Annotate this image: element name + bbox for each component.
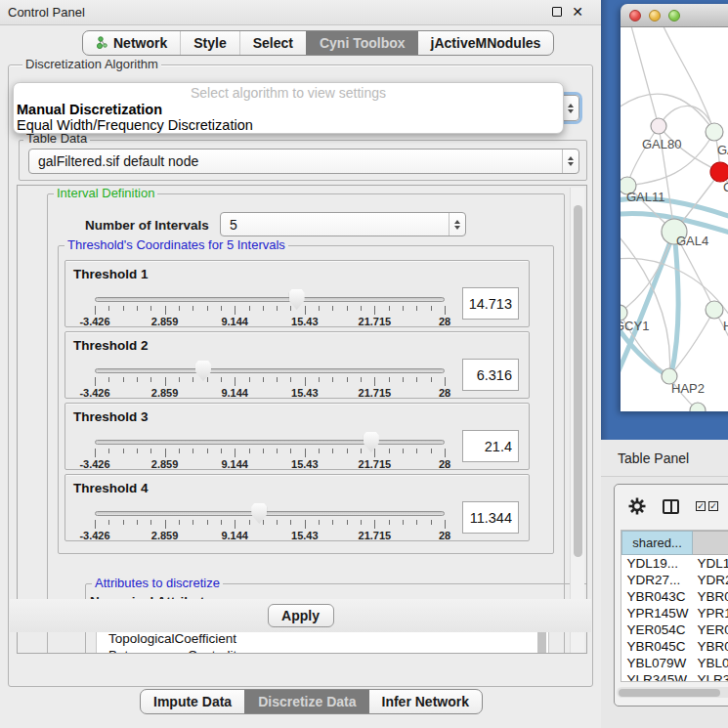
table-cell[interactable]: YPR1 — [693, 605, 728, 621]
split-panel-icon[interactable] — [663, 499, 679, 514]
group-title-thresholds: Threshold's Coordinates for 5 Intervals — [64, 238, 288, 252]
close-icon[interactable]: ✕ — [572, 6, 583, 18]
tick-mark — [416, 306, 417, 311]
slider-track[interactable] — [95, 368, 445, 373]
table-row[interactable]: YBR043CYBR0 — [622, 588, 728, 605]
combo-stepper-icon[interactable] — [449, 213, 465, 236]
network-canvas[interactable]: GAL80 GA C GAL11 GAL4 GCY1 H HAP2 — [621, 27, 728, 411]
tab-select[interactable]: Select — [239, 31, 306, 55]
select-columns-icon[interactable]: ✓ ✓ — [696, 501, 718, 511]
threshold-slider[interactable]: -3.4262.8599.14415.4321.71528 — [95, 475, 445, 542]
table-row[interactable]: YLR345WYLR3 — [622, 671, 728, 683]
table-row[interactable]: YPR145WYPR1 — [622, 605, 728, 621]
table-cell[interactable]: YBR0 — [693, 588, 728, 605]
tab-infer-network[interactable]: Infer Network — [369, 690, 482, 713]
tab-label: jActiveMNodules — [431, 35, 541, 51]
table-cell[interactable]: YER0 — [693, 621, 728, 638]
column-header-name[interactable]: na — [693, 532, 728, 555]
table-row[interactable]: YBL079WYBL0 — [622, 655, 728, 671]
threshold-slider[interactable]: -3.4262.8599.14415.4321.71528 — [95, 332, 445, 400]
table-cell[interactable]: YLR3 — [693, 671, 728, 683]
gear-icon[interactable] — [628, 497, 646, 515]
table-cell[interactable]: YPR145W — [622, 605, 693, 621]
apply-button[interactable]: Apply — [268, 604, 334, 627]
network-node-label: GAL4 — [676, 234, 708, 248]
close-traffic-light-icon[interactable] — [629, 10, 641, 21]
tab-network[interactable]: Network — [83, 31, 180, 55]
float-window-icon[interactable] — [552, 7, 562, 17]
table-row[interactable]: YBR045CYBR0 — [622, 638, 728, 655]
threshold-slider[interactable]: -3.4262.8599.14415.4321.71528 — [95, 404, 445, 471]
table-hscrollbar-thumb[interactable] — [619, 689, 720, 697]
table-data-combobox[interactable]: galFiltered.sif default node — [28, 149, 579, 174]
tick-mark — [374, 306, 375, 315]
number-of-intervals-combobox[interactable]: 5 — [220, 212, 466, 236]
slider-track[interactable] — [95, 297, 445, 302]
network-node[interactable] — [651, 118, 666, 134]
table-cell[interactable]: YER054C — [622, 621, 693, 638]
slider-track[interactable] — [95, 511, 445, 516]
network-node-selected[interactable] — [710, 162, 728, 182]
combo-stepper-icon[interactable] — [562, 96, 578, 120]
combo-stepper-icon[interactable] — [562, 150, 578, 173]
tick-mark — [403, 520, 404, 525]
dropdown-placeholder-item[interactable]: Select algorithm to view settings — [14, 85, 563, 102]
tab-impute-data[interactable]: Impute Data — [141, 690, 244, 713]
tick-label: 9.144 — [221, 458, 248, 470]
tick-mark — [263, 377, 264, 382]
table-row[interactable]: YDL19...YDL1 — [622, 555, 728, 572]
tab-style[interactable]: Style — [180, 31, 238, 55]
table-cell[interactable]: YDL1 — [693, 555, 728, 572]
table-cell[interactable]: YDR27... — [622, 572, 693, 588]
table-cell[interactable]: YBL0 — [693, 655, 728, 671]
slider-tick-labels: -3.4262.8599.14415.4321.71528 — [95, 387, 445, 399]
threshold-slider[interactable]: -3.4262.8599.14415.4321.71528 — [95, 261, 445, 328]
threshold-value-input[interactable] — [462, 430, 519, 462]
network-window: GAL80 GA C GAL11 GAL4 GCY1 H HAP2 — [621, 4, 728, 411]
tick-mark — [305, 306, 306, 315]
group-title-discretization-algorithm: Discretization Algorithm — [22, 58, 161, 71]
table-cell[interactable]: YBR043C — [622, 588, 693, 605]
tick-mark — [150, 377, 151, 382]
tick-mark — [290, 520, 291, 525]
dropdown-option-manual-discretization[interactable]: Manual Discretization — [14, 102, 563, 117]
table-row[interactable]: YDR27...YDR2 — [622, 572, 728, 588]
tick-mark — [403, 306, 404, 311]
table-cell[interactable]: YBR0 — [693, 638, 728, 655]
tick-mark — [431, 377, 432, 382]
checkbox-icon: ✓ — [696, 501, 706, 511]
threshold-value-input[interactable] — [462, 501, 519, 534]
tick-mark — [193, 520, 193, 525]
network-node[interactable] — [706, 301, 723, 319]
slider-track[interactable] — [95, 440, 445, 445]
attribute-list-item[interactable]: BetweennessCentrality — [97, 647, 548, 654]
table-cell[interactable]: YBR045C — [622, 638, 693, 655]
tick-mark — [389, 520, 390, 525]
tick-mark — [332, 306, 333, 311]
network-window-titlebar — [621, 4, 728, 27]
table-horizontal-scrollbar[interactable] — [617, 687, 728, 698]
tick-label: 9.144 — [221, 530, 248, 541]
table-cell[interactable]: YBL079W — [622, 655, 693, 671]
network-node[interactable] — [706, 123, 723, 141]
tab-discretize-data[interactable]: Discretize Data — [244, 690, 368, 713]
viewport-scrollbar-thumb[interactable] — [574, 205, 582, 557]
tab-cyni-toolbox[interactable]: Cyni Toolbox — [306, 31, 418, 55]
attribute-list-item[interactable]: TopologicalCoefficient — [97, 630, 548, 647]
network-node[interactable] — [690, 403, 706, 411]
column-header-shared-name[interactable]: shared... — [622, 532, 693, 555]
thresholds-group: Threshold's Coordinates for 5 Intervals … — [58, 245, 554, 554]
tick-mark — [235, 449, 236, 457]
threshold-value-input[interactable] — [462, 359, 519, 391]
minimize-traffic-light-icon[interactable] — [649, 10, 661, 21]
tick-label: -3.426 — [79, 316, 109, 327]
tab-jactivemnodules[interactable]: jActiveMNodules — [418, 31, 554, 55]
table-cell[interactable]: YDR2 — [693, 572, 728, 588]
dropdown-option-equal-width-frequency[interactable]: Equal Width/Frequency Discretization — [14, 117, 563, 133]
table-row[interactable]: YER054CYER0 — [622, 621, 728, 638]
zoom-traffic-light-icon[interactable] — [668, 10, 680, 21]
threshold-value-input[interactable] — [462, 287, 519, 320]
table-cell[interactable]: YDL19... — [622, 555, 693, 572]
viewport-scrollbar[interactable] — [570, 188, 584, 653]
table-cell[interactable]: YLR345W — [622, 671, 693, 683]
